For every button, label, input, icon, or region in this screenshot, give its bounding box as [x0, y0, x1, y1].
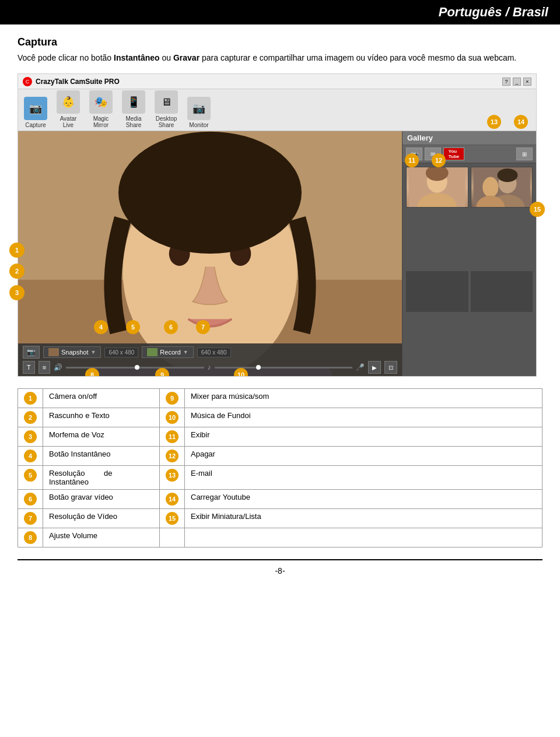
camera-view: 4 5 6 7 📷 — [18, 131, 402, 376]
fullscreen-button[interactable]: ⊡ — [384, 361, 397, 374]
text-overlay-button[interactable]: T — [23, 361, 35, 374]
capture-icon: 📷 — [24, 97, 47, 120]
toolbar-mirror-label: MagicMirror — [93, 115, 109, 128]
gallery-thumb-4 — [471, 271, 533, 312]
toolbar-avatar-live[interactable]: 👶 AvatarLive — [57, 90, 80, 128]
snapshot-thumbnail — [48, 348, 59, 356]
badge-5: 5 — [126, 320, 140, 334]
legend-label-7: Resolução de Vídeo — [43, 509, 160, 528]
legend-label-5: Resolução deInstantâneo — [43, 466, 160, 490]
legend-row-6: 6 Botão gravar vídeo 14 Carregar Youtube — [18, 490, 542, 509]
section-title: Captura — [18, 36, 542, 48]
minimize-button[interactable]: _ — [513, 78, 521, 86]
toolbar-media-share[interactable]: 📱 MediaShare — [122, 90, 145, 128]
camera-feed: 4 5 6 7 — [18, 131, 402, 376]
window-controls[interactable]: ? _ × — [502, 78, 531, 86]
record-button[interactable]: Record ▼ — [142, 346, 193, 358]
num-badge-8: 8 — [24, 531, 37, 544]
camera-controls: 📷 Snapshot ▼ 640 x 480 — [18, 343, 402, 376]
legend-row-3: 3 Morfema de Voz 11 Exibir — [18, 427, 542, 447]
badge-7: 7 — [196, 320, 210, 334]
snapshot-label: Snapshot — [61, 349, 88, 356]
volume-slider-thumb[interactable] — [135, 365, 139, 370]
controls-row-buttons: 📷 Snapshot ▼ 640 x 480 — [23, 346, 397, 359]
app-main-area: 4 5 6 7 📷 — [18, 131, 536, 376]
num-badge-3: 3 — [24, 430, 37, 443]
record-label: Record — [160, 349, 180, 356]
num-badge-5: 5 — [24, 469, 37, 482]
record-thumbnail — [147, 348, 158, 356]
outer-badge-3: 3 — [9, 285, 24, 300]
legend-label-15: Exibir Miniatura/Lista — [185, 509, 542, 528]
svg-point-7 — [118, 132, 302, 254]
gallery-title: Gallery — [402, 131, 536, 145]
legend-label-10: Música de Fundoi — [185, 408, 542, 427]
music-slider-thumb[interactable] — [256, 365, 261, 370]
badge-6: 6 — [164, 320, 178, 334]
app-logo-icon: C — [23, 77, 32, 86]
num-badge-4: 4 — [24, 450, 37, 462]
num-badge-10: 10 — [166, 411, 178, 424]
legend-num-9: 9 — [160, 389, 185, 408]
legend-label-1: Câmera on/off — [43, 389, 160, 408]
app-toolbar: 📷 Capture 👶 AvatarLive 🎭 MagicMirror 📱 M… — [18, 89, 536, 131]
outer-badge-15: 15 — [530, 202, 545, 217]
gallery-badge-14: 14 — [514, 115, 528, 129]
gallery-youtube-btn[interactable]: YouTube — [443, 148, 464, 160]
legend-row-2: 2 Rascunho e Texto 10 Música de Fundoi — [18, 408, 542, 427]
gallery-list-btn[interactable]: ⊞ — [516, 148, 533, 160]
desktop-share-icon: 🖥 — [155, 90, 178, 114]
legend-row-4: 4 Botão Instantâneo 12 Apagar — [18, 447, 542, 466]
badge-4: 4 — [94, 320, 108, 334]
svg-point-16 — [497, 169, 517, 182]
gallery-badge-13: 13 — [487, 115, 501, 129]
outer-badge-2: 2 — [9, 264, 24, 279]
outer-badge-1: 1 — [9, 243, 24, 258]
num-badge-1: 1 — [24, 392, 37, 405]
legend-label-6: Botão gravar vídeo — [43, 490, 160, 509]
volume-icon: 🔊 — [54, 363, 62, 371]
num-badge-2: 2 — [24, 411, 37, 424]
monitor-icon: 📷 — [187, 97, 211, 120]
toolbar-capture[interactable]: 📷 Capture — [24, 97, 47, 128]
settings-button[interactable]: ▶ — [368, 361, 381, 374]
avatar-live-icon: 👶 — [57, 90, 80, 114]
help-button[interactable]: ? — [502, 78, 510, 86]
num-badge-13: 13 — [166, 469, 178, 482]
legend-label-13: E-mail — [185, 466, 542, 490]
num-badge-9: 9 — [166, 392, 178, 405]
page-number: -8- — [275, 566, 285, 575]
camera-toggle-button[interactable]: 📷 — [23, 346, 40, 359]
record-resolution[interactable]: 640 x 480 — [197, 348, 231, 357]
toolbar-avatar-label: AvatarLive — [60, 115, 77, 128]
snapshot-resolution[interactable]: 640 x 480 — [104, 348, 138, 357]
legend-label-8: Ajuste Volume — [43, 528, 160, 548]
music-slider[interactable] — [215, 367, 352, 368]
gallery-thumb-2[interactable] — [471, 167, 533, 208]
toolbar-media-label: MediaShare — [125, 115, 141, 128]
gallery-badge-11: 11 — [405, 153, 419, 167]
legend-row-5: 5 Resolução deInstantâneo 13 E-mail — [18, 466, 542, 490]
legend-label-11: Exibir — [185, 427, 542, 447]
legend-row-8: 8 Ajuste Volume — [18, 528, 542, 548]
volume-slider[interactable] — [66, 367, 204, 368]
legend-label-4: Botão Instantâneo — [43, 447, 160, 466]
app-titlebar: C CrazyTalk CamSuite PRO ? _ × — [18, 74, 536, 89]
gallery-thumb-1[interactable] — [406, 167, 468, 208]
toolbar-magic-mirror[interactable]: 🎭 MagicMirror — [89, 90, 113, 128]
media-share-icon: 📱 — [122, 90, 145, 114]
num-badge-11: 11 — [166, 430, 178, 443]
num-badge-12: 12 — [166, 450, 178, 462]
toolbar-desktop-share[interactable]: 🖥 DesktopShare — [155, 90, 178, 128]
legend-row-1: 1 Câmera on/off 9 Mixer para música/som — [18, 389, 542, 408]
legend-row-7: 7 Resolução de Vídeo 15 Exibir Miniatura… — [18, 509, 542, 528]
close-button[interactable]: × — [523, 78, 531, 86]
toolbar-monitor[interactable]: 📷 Monitor — [187, 97, 211, 128]
legend-num-1: 1 — [18, 389, 43, 408]
snapshot-button[interactable]: Snapshot ▼ — [43, 346, 101, 358]
gallery-toolbar: 📷 ✉ YouTube ⊞ — [402, 145, 536, 163]
mic-icon: 🎤 — [356, 363, 365, 371]
legend-label-12: Apagar — [185, 447, 542, 466]
page-footer: -8- — [18, 559, 542, 581]
voice-morpheme-button[interactable]: ≡ — [38, 361, 50, 374]
